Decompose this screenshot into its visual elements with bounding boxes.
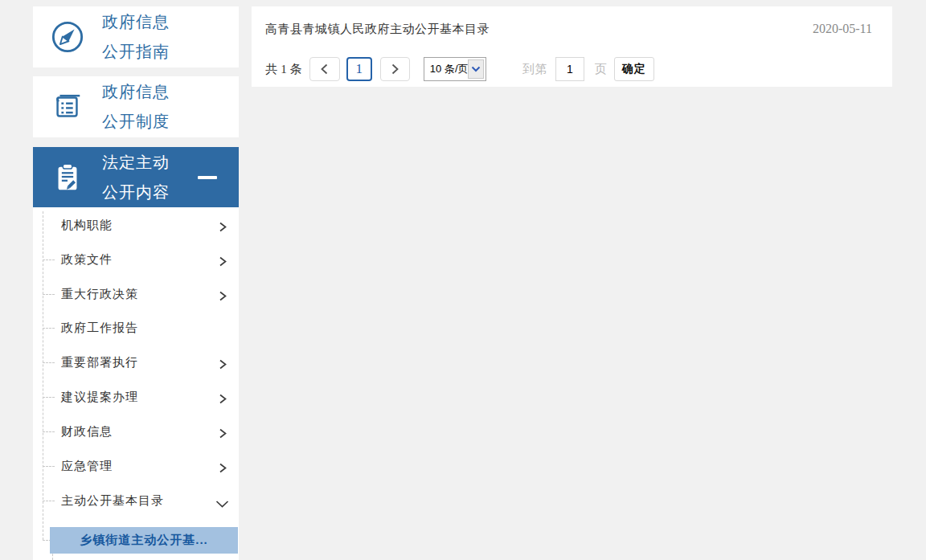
submenu-item[interactable]: 重大行政决策 [33,277,239,312]
compass-icon [51,20,84,54]
goto-page-suffix: 页 [595,62,607,77]
sidebar-item-label: 法定主动 公开内容 [102,148,170,207]
page-size-select[interactable]: 10 条/页 [424,57,486,81]
goto-page-input[interactable] [555,57,584,81]
minus-icon[interactable] [198,176,217,179]
sidebar-item-system[interactable]: 政府信息 公开制度 [33,76,239,137]
submenu-item[interactable]: 建议提案办理 [33,380,239,415]
chevron-right-icon [218,221,227,235]
chevron-right-icon [218,427,227,442]
chevron-down-icon [215,497,229,512]
total-count-label: 共 1 条 [265,62,302,77]
next-page-button[interactable] [380,57,410,81]
submenu-item[interactable]: 主动公开基本目录 [33,484,239,518]
sidebar-item-statutory-disclosure[interactable]: 法定主动 公开内容 [33,147,239,207]
pagination-bar: 共 1 条 1 10 条/页 到第 页 确定 [265,56,654,82]
chevron-right-icon [218,393,227,407]
submenu-item[interactable]: 政府工作报告 [33,311,239,345]
confirm-button[interactable]: 确定 [614,57,654,81]
chevron-right-icon [218,290,227,305]
submenu-subitem-active[interactable]: 乡镇街道主动公开基... [50,527,238,554]
sidebar-item-guide[interactable]: 政府信息 公开指南 [33,6,239,67]
content-panel: 高青县青城镇人民政府主动公开基本目录 2020-05-11 共 1 条 1 10… [252,6,892,87]
sidebar-item-label: 政府信息 公开指南 [102,7,170,67]
clipboard-pencil-icon [51,161,84,194]
sidebar-item-label: 政府信息 公开制度 [102,77,170,137]
chevron-right-icon [218,358,227,373]
chevron-right-icon [218,462,227,476]
submenu-panel: 机构职能 政策文件 重大行政决策 政府工作报告 重要部署执行 建议提案办理 财政… [33,207,239,560]
document-title-link[interactable]: 高青县青城镇人民政府主动公开基本目录 [265,22,490,37]
prev-page-button[interactable] [309,57,340,81]
submenu-item[interactable]: 应急管理 [33,449,239,484]
page-number-button[interactable]: 1 [346,57,372,81]
submenu-item[interactable]: 财政信息 [33,415,239,449]
goto-page-label: 到第 [522,62,548,77]
submenu-item[interactable]: 重要部署执行 [33,345,239,380]
book-list-icon [51,90,84,124]
submenu-item[interactable]: 机构职能 [33,208,239,243]
chevron-right-icon [218,255,227,270]
submenu-item[interactable]: 政策文件 [33,243,239,277]
document-date: 2020-05-11 [813,22,872,36]
select-dropdown-arrow-icon [468,59,484,79]
